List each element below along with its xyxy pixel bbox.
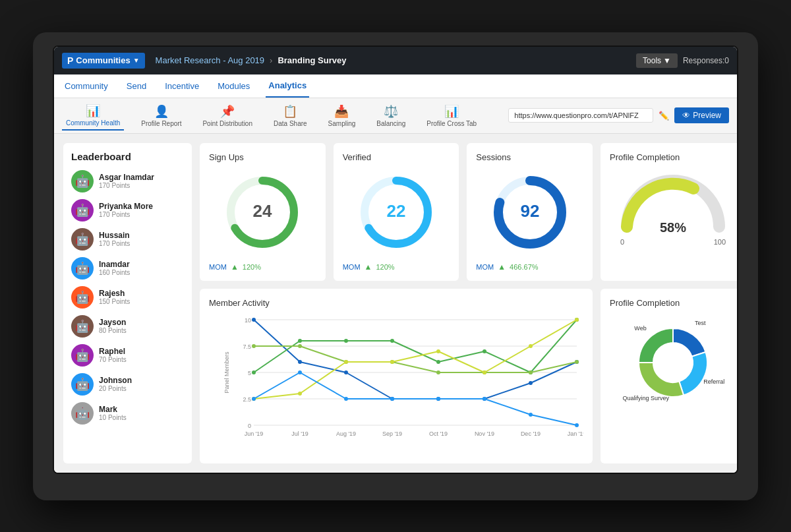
toolbar-profile-cross-tab[interactable]: 📊 Profile Cross Tab bbox=[423, 102, 481, 130]
svg-text:Jan '19: Jan '19 bbox=[568, 430, 583, 437]
svg-text:Web: Web bbox=[634, 324, 646, 331]
sampling-icon: 📥 bbox=[334, 104, 349, 119]
toolbar-profile-report[interactable]: 👤 Profile Report bbox=[137, 102, 185, 130]
nav-send[interactable]: Send bbox=[124, 81, 149, 91]
member-activity-card: Member Activity Panel Members 02.557.510… bbox=[200, 289, 593, 463]
list-item: 🤖 Asgar Inamdar 170 Points bbox=[71, 170, 184, 192]
svg-point-63 bbox=[575, 423, 579, 427]
toolbar-community-health-label: Community Health bbox=[66, 119, 120, 127]
svg-text:Nov '19: Nov '19 bbox=[475, 430, 494, 437]
signups-mom: MOM bbox=[209, 263, 227, 271]
dropdown-icon: ▼ bbox=[133, 57, 140, 64]
avatar: 🤖 bbox=[71, 286, 94, 309]
gauge-container: 58% 0 100 bbox=[610, 167, 736, 246]
svg-point-35 bbox=[390, 339, 394, 343]
svg-text:10: 10 bbox=[245, 317, 251, 324]
toolbar-point-distribution[interactable]: 📌 Point Distribution bbox=[198, 102, 256, 130]
svg-point-24 bbox=[252, 318, 256, 322]
svg-text:5: 5 bbox=[248, 370, 251, 376]
svg-point-58 bbox=[344, 397, 348, 401]
lb-points: 10 Points bbox=[99, 414, 127, 421]
nav-incentive[interactable]: Incentive bbox=[162, 81, 202, 91]
nav-community[interactable]: Community bbox=[62, 81, 111, 91]
avatar: 🤖 bbox=[71, 199, 94, 222]
signups-donut: 24 bbox=[209, 173, 316, 252]
list-item: 🤖 Johnson 20 Points bbox=[71, 373, 184, 396]
lb-points: 20 Points bbox=[99, 385, 132, 392]
avatar-emoji: 🤖 bbox=[75, 406, 90, 421]
list-item: 🤖 Priyanka More 170 Points bbox=[71, 199, 184, 222]
svg-text:Jun '19: Jun '19 bbox=[245, 430, 264, 437]
svg-text:Sep '19: Sep '19 bbox=[382, 430, 402, 437]
list-item: 🤖 Jayson 80 Points bbox=[71, 315, 184, 338]
profile-cross-tab-icon: 📊 bbox=[444, 104, 459, 119]
lb-info: Raphel 70 Points bbox=[99, 347, 127, 363]
sessions-footer: MOM ▲ 466.67% bbox=[476, 262, 583, 272]
verified-mom: MOM bbox=[343, 263, 361, 271]
gauge-min: 0 bbox=[620, 238, 624, 246]
lb-name: Hussain bbox=[99, 231, 130, 240]
verified-value: 22 bbox=[387, 201, 406, 221]
avatar: 🤖 bbox=[71, 402, 94, 425]
stats-row: Sign Ups 24 MOM ▲ 120% bbox=[200, 143, 593, 281]
svg-point-46 bbox=[529, 370, 533, 374]
toolbar-right: ✏️ 👁 Preview bbox=[508, 107, 729, 123]
avatar-emoji: 🤖 bbox=[75, 174, 90, 189]
edit-icon[interactable]: ✏️ bbox=[659, 111, 669, 121]
community-health-icon: 📊 bbox=[86, 103, 100, 118]
tools-dropdown-icon: ▼ bbox=[663, 56, 671, 65]
tools-button[interactable]: Tools ▼ bbox=[636, 53, 678, 68]
svg-point-55 bbox=[575, 318, 579, 322]
lb-info: Inamdar 160 Points bbox=[99, 260, 130, 276]
lb-name: Rajesh bbox=[99, 289, 130, 298]
toolbar: 📊 Community Health 👤 Profile Report 📌 Po… bbox=[54, 98, 737, 134]
lb-name: Asgar Inamdar bbox=[99, 173, 154, 182]
lb-info: Hussain 170 Points bbox=[99, 231, 130, 247]
responses-count: Responses:0 bbox=[683, 56, 729, 65]
svg-text:Test: Test bbox=[695, 320, 706, 326]
avatar-emoji: 🤖 bbox=[75, 348, 90, 363]
lb-name: Inamdar bbox=[99, 260, 130, 269]
svg-point-44 bbox=[436, 370, 440, 374]
verified-title: Verified bbox=[343, 152, 450, 162]
list-item: 🤖 Hussain 170 Points bbox=[71, 228, 184, 251]
leaderboard-title: Leaderboard bbox=[71, 151, 184, 162]
nav-modules[interactable]: Modules bbox=[215, 81, 252, 91]
list-item: 🤖 Mark 10 Points bbox=[71, 402, 184, 425]
leaderboard-panel: Leaderboard 🤖 Asgar Inamdar 170 Points 🤖… bbox=[63, 143, 192, 463]
sessions-arrow: ▲ bbox=[498, 262, 506, 272]
avatar: 🤖 bbox=[71, 257, 94, 280]
breadcrumb-link[interactable]: Market Research - Aug 2019 bbox=[156, 55, 264, 65]
svg-point-61 bbox=[483, 397, 486, 401]
preview-button[interactable]: 👁 Preview bbox=[674, 107, 729, 123]
toolbar-sampling[interactable]: 📥 Sampling bbox=[324, 102, 360, 130]
lb-info: Mark 10 Points bbox=[99, 405, 127, 421]
svg-point-57 bbox=[298, 370, 302, 374]
lb-name: Johnson bbox=[99, 376, 132, 385]
sessions-card: Sessions 92 MOM ▲ 466.67% bbox=[467, 143, 593, 281]
main-content: Leaderboard 🤖 Asgar Inamdar 170 Points 🤖… bbox=[54, 134, 737, 473]
toolbar-data-share[interactable]: 📋 Data Share bbox=[270, 102, 311, 130]
svg-text:Oct '19: Oct '19 bbox=[429, 430, 448, 437]
avatar-emoji: 🤖 bbox=[75, 377, 90, 392]
lb-points: 150 Points bbox=[99, 298, 130, 305]
svg-point-34 bbox=[344, 339, 348, 343]
avatar-emoji: 🤖 bbox=[75, 232, 90, 247]
line-chart-svg: 02.557.510Jun '19Jul '19Aug '19Sep '19Oc… bbox=[234, 313, 583, 452]
url-input[interactable] bbox=[508, 108, 653, 123]
toolbar-community-health[interactable]: 📊 Community Health bbox=[62, 101, 124, 131]
logo-button[interactable]: P Communities ▼ bbox=[62, 53, 145, 69]
svg-point-50 bbox=[344, 360, 348, 364]
sessions-donut: 92 bbox=[476, 173, 583, 252]
lb-name: Raphel bbox=[99, 347, 127, 356]
profile-completion-top-title: Profile Completion bbox=[610, 152, 736, 162]
sessions-title: Sessions bbox=[476, 152, 583, 162]
avatar: 🤖 bbox=[71, 315, 94, 338]
lb-name: Jayson bbox=[99, 318, 127, 327]
chart-wrapper: Panel Members 02.557.510Jun '19Jul '19Au… bbox=[209, 313, 583, 454]
toolbar-profile-cross-tab-label: Profile Cross Tab bbox=[426, 120, 477, 127]
svg-point-49 bbox=[298, 392, 302, 396]
toolbar-balancing[interactable]: ⚖️ Balancing bbox=[372, 102, 409, 130]
nav-analytics[interactable]: Analytics bbox=[266, 74, 309, 98]
svg-text:Jul '19: Jul '19 bbox=[291, 430, 308, 437]
